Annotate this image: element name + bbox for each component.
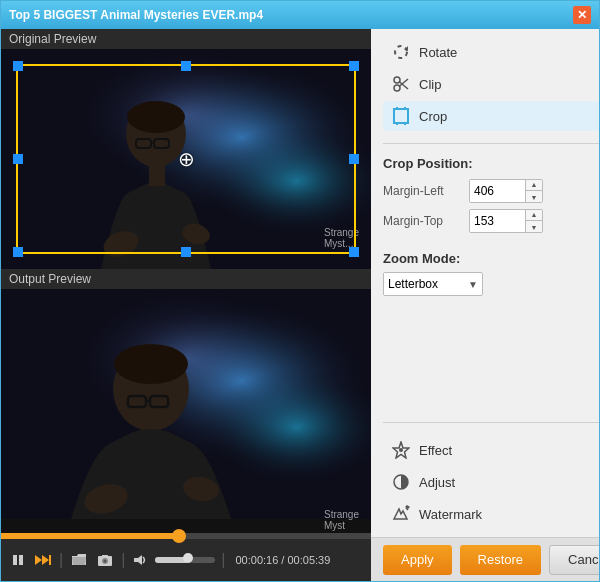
pause-icon [11,553,25,567]
separator-2: | [121,551,125,569]
margin-top-label: Margin-Top [383,214,463,228]
scissors-svg [392,75,410,93]
output-preview-area: StrangeMyst [1,289,371,539]
crop-tool[interactable]: Crop [383,101,599,131]
close-button[interactable]: ✕ [573,6,591,24]
move-icon[interactable]: ⊕ [178,147,195,171]
svg-marker-33 [134,555,142,565]
screenshot-button[interactable] [95,551,115,569]
margin-top-down[interactable]: ▼ [526,221,542,233]
camera-icon [97,553,113,567]
crop-icon [391,106,411,126]
total-time: 00:05:39 [287,554,330,566]
svg-point-34 [395,46,407,58]
crop-settings: Crop Position: Margin-Left ▲ ▼ Margin-To… [371,148,599,247]
margin-left-input[interactable] [470,180,525,202]
margin-top-row: Margin-Top ▲ ▼ [383,209,599,233]
margin-left-row: Margin-Left ▲ ▼ [383,179,599,203]
output-video-frame [1,289,371,539]
rotate-icon [391,42,411,62]
effect-svg [392,441,410,459]
crop-handle-tr[interactable] [349,61,359,71]
svg-rect-24 [13,555,17,565]
playback-section: | [1,539,371,581]
crop-svg [392,107,410,125]
effect-label: Effect [419,443,452,458]
open-folder-button[interactable] [69,551,89,569]
current-time: 00:00:16 [235,554,278,566]
svg-point-45 [399,448,403,452]
controls-bar: | [1,539,371,581]
effect-icon [391,440,411,460]
crop-handle-ml[interactable] [13,154,23,164]
svg-marker-26 [35,555,42,565]
adjust-svg [392,473,410,491]
bottom-bar: Apply Restore Cancel [371,537,599,581]
watermark-svg [392,505,410,523]
volume-thumb[interactable] [183,553,193,563]
crop-handle-bm[interactable] [181,247,191,257]
original-preview-area: ⊕ Strange Myst... [1,49,371,269]
rotate-svg [392,43,410,61]
crop-handle-br[interactable] [349,247,359,257]
main-content: Original Preview [1,29,599,581]
svg-marker-27 [42,555,49,565]
watermark-output: StrangeMyst [324,509,359,531]
zoom-section: Zoom Mode: Letterbox Pan & Scan Full ▼ [371,247,599,304]
fast-forward-button[interactable] [33,551,53,569]
crop-position-title: Crop Position: [383,156,599,171]
adjust-label: Adjust [419,475,455,490]
effect-tool[interactable]: Effect [383,435,599,465]
margin-top-spinners: ▲ ▼ [525,209,542,233]
crop-overlay[interactable]: ⊕ [16,64,356,254]
volume-slider[interactable] [155,557,215,563]
margin-top-input-group: ▲ ▼ [469,209,543,233]
output-preview-label: Output Preview [1,269,371,289]
watermark-tool[interactable]: Watermark [383,499,599,529]
progress-fill[interactable] [1,533,179,539]
zoom-mode-title: Zoom Mode: [383,251,599,266]
rotate-label: Rotate [419,45,457,60]
margin-top-input[interactable] [470,210,525,232]
zoom-mode-select[interactable]: Letterbox Pan & Scan Full [384,273,464,295]
pause-button[interactable] [9,551,27,569]
apply-button[interactable]: Apply [383,545,452,575]
volume-fill [155,557,188,563]
svg-rect-25 [19,555,23,565]
bottom-tools: Effect Adjust [371,427,599,537]
svg-point-17 [114,344,188,384]
right-panel: Rotate Clip [371,29,599,581]
clip-label: Clip [419,77,441,92]
volume-button[interactable] [131,551,149,569]
zoom-select-wrapper: Letterbox Pan & Scan Full ▼ [383,272,483,296]
progress-bar-container[interactable] [1,533,371,539]
svg-rect-32 [102,555,108,557]
clip-tool[interactable]: Clip [383,69,599,99]
crop-label: Crop [419,109,447,124]
zoom-dropdown-arrow: ▼ [464,279,482,290]
margin-left-up[interactable]: ▲ [526,179,542,191]
margin-left-input-group: ▲ ▼ [469,179,543,203]
progress-thumb[interactable] [172,529,186,543]
title-bar: Top 5 BIGGEST Animal Mysteries EVER.mp4 … [1,1,599,29]
spacer [371,304,599,418]
svg-rect-39 [394,109,408,123]
watermark-label: Watermark [419,507,482,522]
crop-handle-mr[interactable] [349,154,359,164]
rotate-tool[interactable]: Rotate [383,37,599,67]
original-preview-label: Original Preview [1,29,371,49]
cancel-button[interactable]: Cancel [549,545,599,575]
margin-left-down[interactable]: ▼ [526,191,542,203]
margin-top-up[interactable]: ▲ [526,209,542,221]
crop-handle-tl[interactable] [13,61,23,71]
svg-rect-28 [49,555,51,565]
restore-button[interactable]: Restore [460,545,542,575]
margin-left-label: Margin-Left [383,184,463,198]
divider-1 [383,143,599,144]
clip-icon [391,74,411,94]
window-title: Top 5 BIGGEST Animal Mysteries EVER.mp4 [9,8,263,22]
crop-handle-tm[interactable] [181,61,191,71]
adjust-tool[interactable]: Adjust [383,467,599,497]
crop-handle-bl[interactable] [13,247,23,257]
svg-point-31 [104,560,107,563]
